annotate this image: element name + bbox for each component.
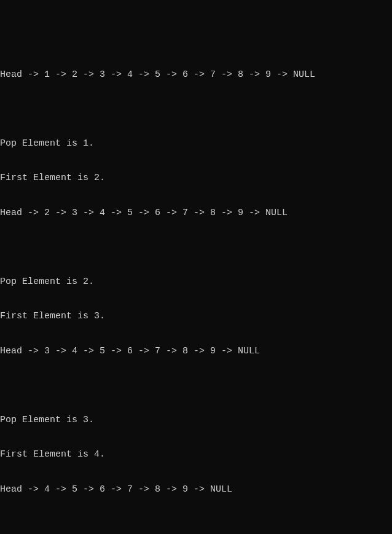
output-line: Head -> 2 -> 3 -> 4 -> 5 -> 6 -> 7 -> 8 … — [0, 208, 392, 219]
output-line — [0, 242, 392, 254]
output-line: Pop Element is 3. — [0, 415, 392, 426]
output-line: Head -> 3 -> 4 -> 5 -> 6 -> 7 -> 8 -> 9 … — [0, 346, 392, 358]
output-line: Head -> 1 -> 2 -> 3 -> 4 -> 5 -> 6 -> 7 … — [0, 69, 392, 81]
output-line: First Element is 4. — [0, 449, 392, 461]
output-line: Head -> 4 -> 5 -> 6 -> 7 -> 8 -> 9 -> NU… — [0, 484, 392, 496]
output-line: Pop Element is 1. — [0, 138, 392, 150]
output-line — [0, 519, 392, 530]
output-line: First Element is 2. — [0, 173, 392, 184]
terminal-output[interactable]: Head -> 1 -> 2 -> 3 -> 4 -> 5 -> 6 -> 7 … — [0, 46, 392, 534]
output-line: First Element is 3. — [0, 311, 392, 323]
output-line — [0, 380, 392, 392]
output-line — [0, 104, 392, 116]
output-line: Pop Element is 2. — [0, 277, 392, 288]
